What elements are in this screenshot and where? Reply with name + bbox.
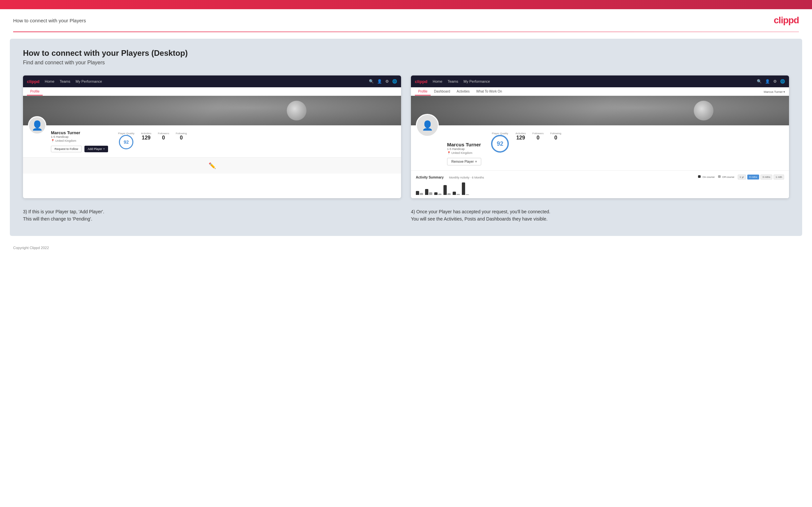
- chevron-down-icon: ▾: [783, 90, 785, 94]
- bar-group-2: [425, 189, 432, 195]
- activity-legend: On course Off course: [698, 175, 734, 178]
- player-details-left: Marcus Turner 1-5 Handicap 📍 United King…: [51, 129, 108, 152]
- remove-player-button[interactable]: Remove Player ×: [447, 158, 481, 165]
- page-subheading: Find and connect with your Players: [23, 60, 789, 66]
- player-handicap-right: 1-5 Handicap: [447, 147, 481, 151]
- screenshot-right: clippd Home Teams My Performance 🔍 👤 ⚙ 🌐…: [411, 75, 789, 198]
- period-buttons: 1 yr 6 mths 3 mths 1 mth: [738, 175, 784, 179]
- search-icon-right[interactable]: 🔍: [757, 79, 762, 84]
- description-right: 4) Once your Player has accepted your re…: [411, 208, 789, 223]
- player-location-right: 📍 United Kingdom: [447, 151, 481, 155]
- nav-teams-right[interactable]: Teams: [448, 79, 458, 83]
- tab-dashboard-right[interactable]: Dashboard: [430, 87, 453, 96]
- offcourse-dot: [718, 175, 721, 178]
- avatar-icon-left: 👤: [32, 120, 43, 131]
- player-handicap-left: 1-5 Handicap: [51, 135, 108, 138]
- nav-home-left[interactable]: Home: [45, 79, 54, 83]
- banner-overlay-right: [411, 96, 789, 125]
- bar-offcourse-2: [429, 192, 432, 195]
- player-location-left: 📍 United Kingdom: [51, 139, 108, 143]
- page-heading: How to connect with your Players (Deskto…: [23, 49, 789, 58]
- bar-offcourse-1: [420, 193, 423, 195]
- top-bar: [0, 0, 812, 9]
- header: How to connect with your Players clippd: [0, 9, 812, 32]
- nav-myperformance-left[interactable]: My Performance: [75, 79, 102, 83]
- profile-buttons-left: Request to Follow Add Player +: [51, 146, 108, 152]
- search-icon-left[interactable]: 🔍: [369, 79, 374, 84]
- follow-button-left[interactable]: Request to Follow: [51, 146, 82, 152]
- player-details-right: Marcus Turner 1-5 Handicap 📍 United King…: [447, 129, 481, 165]
- app-nav-left: clippd Home Teams My Performance 🔍 👤 ⚙ 🌐: [23, 75, 401, 87]
- footer: Copyright Clippd 2022: [0, 242, 812, 256]
- globe-icon-left[interactable]: 🌐: [392, 79, 397, 84]
- nav-teams-left[interactable]: Teams: [60, 79, 70, 83]
- stats-row-right: Player Quality 92 Activities 129 Followe…: [491, 132, 561, 153]
- add-player-button-left[interactable]: Add Player +: [85, 146, 108, 152]
- offcourse-legend: Off course: [718, 175, 734, 178]
- main-content: How to connect with your Players (Deskto…: [10, 39, 802, 236]
- avatar-icon-right: 👤: [422, 120, 433, 131]
- following-stat-right: Following 0: [550, 132, 561, 141]
- description-left: 3) If this is your Player tap, 'Add Play…: [23, 208, 401, 223]
- avatar-right: 👤: [416, 114, 439, 137]
- bar-group-4: [444, 185, 451, 195]
- globe-icon-right[interactable]: 🌐: [780, 79, 785, 84]
- activity-controls: On course Off course 1 yr 6 mths 3 mths: [698, 175, 784, 179]
- tabs-group-right: Profile Dashboard Activities What To Wor…: [415, 87, 505, 96]
- profile-info-right: 👤 Marcus Turner 1-5 Handicap 📍 United Ki…: [411, 125, 789, 170]
- tab-whattoon-right[interactable]: What To Work On: [473, 87, 506, 96]
- tab-profile-left[interactable]: Profile: [27, 87, 43, 96]
- period-6mths[interactable]: 6 mths: [747, 175, 759, 179]
- description-text-left: 3) If this is your Player tap, 'Add Play…: [23, 208, 401, 223]
- nav-home-right[interactable]: Home: [433, 79, 442, 83]
- location-icon-left: 📍: [51, 139, 55, 143]
- bar-group-6: [462, 182, 469, 195]
- header-title: How to connect with your Players: [13, 18, 86, 23]
- settings-icon-left[interactable]: ⚙: [385, 79, 389, 84]
- bar-offcourse-4: [447, 193, 451, 195]
- header-divider: [13, 32, 799, 32]
- edit-icon-left: ✏️: [209, 162, 216, 169]
- app-nav-icons-right: 🔍 👤 ⚙ 🌐: [757, 79, 785, 84]
- activity-title: Activity Summary: [416, 176, 444, 179]
- period-1mth[interactable]: 1 mth: [773, 175, 784, 179]
- app-nav-icons-left: 🔍 👤 ⚙ 🌐: [369, 79, 397, 84]
- followers-stat-right: Followers 0: [532, 132, 544, 141]
- tab-profile-right[interactable]: Profile: [415, 87, 430, 96]
- footer-text: Copyright Clippd 2022: [13, 246, 49, 250]
- bar-oncourse-5: [453, 192, 456, 195]
- stats-row-left: Player Quality 92 Activities 129 Followe…: [118, 132, 187, 149]
- app-nav-right: clippd Home Teams My Performance 🔍 👤 ⚙ 🌐: [411, 75, 789, 87]
- activities-stat-left: Activities 129: [141, 132, 151, 141]
- period-1yr[interactable]: 1 yr: [738, 175, 746, 179]
- bar-offcourse-5: [457, 194, 460, 195]
- bar-oncourse-3: [434, 192, 438, 195]
- screenshot-left: clippd Home Teams My Performance 🔍 👤 ⚙ 🌐…: [23, 75, 401, 198]
- app-logo-right: clippd: [415, 79, 427, 84]
- banner-overlay-left: [23, 96, 401, 125]
- location-icon-right: 📍: [447, 151, 451, 155]
- bar-oncourse-1: [416, 191, 419, 195]
- tab-activities-right[interactable]: Activities: [453, 87, 473, 96]
- player-name-left: Marcus Turner: [51, 130, 108, 135]
- period-3mths[interactable]: 3 mths: [760, 175, 772, 179]
- bar-oncourse-2: [425, 189, 428, 195]
- player-label-right: Marcus Turner ▾: [764, 88, 785, 95]
- bar-group-3: [434, 192, 442, 195]
- edit-icon-area-left: ✏️: [23, 157, 401, 174]
- screenshots-row: clippd Home Teams My Performance 🔍 👤 ⚙ 🌐…: [23, 75, 789, 198]
- profile-banner-left: [23, 96, 401, 125]
- following-stat-left: Following 0: [176, 132, 187, 141]
- nav-myperformance-right[interactable]: My Performance: [463, 79, 490, 83]
- description-text-right: 4) Once your Player has accepted your re…: [411, 208, 789, 223]
- activities-stat-right: Activities 129: [515, 132, 526, 141]
- user-icon-left[interactable]: 👤: [377, 79, 382, 84]
- app-tabs-right: Profile Dashboard Activities What To Wor…: [411, 87, 789, 96]
- bar-oncourse-4: [444, 185, 447, 195]
- banner-circle-right: [694, 101, 713, 120]
- avatar-left: 👤: [28, 116, 46, 134]
- settings-icon-right[interactable]: ⚙: [773, 79, 777, 84]
- user-icon-right[interactable]: 👤: [765, 79, 770, 84]
- bar-group-5: [453, 192, 460, 195]
- profile-banner-right: [411, 96, 789, 125]
